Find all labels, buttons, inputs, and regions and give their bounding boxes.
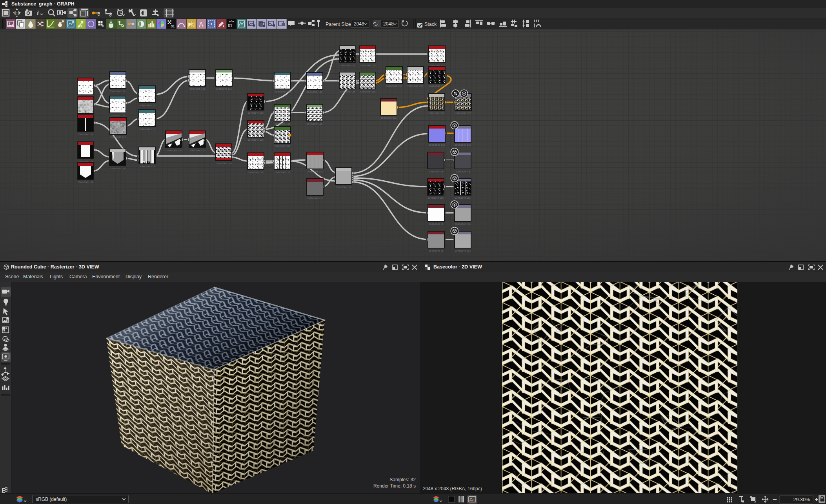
svg-text:2048x2048 L16: 2048x2048 L16 (110, 136, 126, 138)
svg-text:2048x2048 L16: 2048x2048 L16 (455, 197, 470, 199)
svg-text:2048x2048 L16: 2048x2048 L16 (340, 64, 355, 67)
svg-text:2048x2048 L16: 2048x2048 L16 (275, 171, 290, 174)
svg-text:2048x2048 L16: 2048x2048 L16 (340, 91, 355, 93)
svg-text:01: 01 (228, 24, 233, 28)
svg-text:2048x2048 L16: 2048x2048 L16 (275, 123, 290, 125)
svg-text:i: i (37, 9, 39, 17)
svg-text:2048x2048 L16: 2048x2048 L16 (110, 167, 125, 170)
svg-text:2048x2048 C16: 2048x2048 C16 (455, 144, 471, 146)
svg-text:2048x2048 C16: 2048x2048 C16 (455, 112, 471, 114)
svg-text:2048x2048 L16: 2048x2048 L16 (248, 171, 263, 174)
svg-text:29.30%: 29.30% (793, 497, 810, 502)
svg-text:2048x2048 C16: 2048x2048 C16 (429, 144, 445, 146)
svg-text:2048x2048 C16: 2048x2048 C16 (429, 85, 445, 87)
svg-text:Stack: Stack (424, 22, 437, 27)
svg-text:2048: 2048 (354, 21, 364, 27)
svg-text:Parent Size:: Parent Size: (326, 22, 352, 27)
svg-text:2048x2048 L16: 2048x2048 L16 (275, 91, 290, 93)
svg-text:2048x2048 L16: 2048x2048 L16 (307, 123, 322, 125)
svg-text:2048x2048 L16: 2048x2048 L16 (216, 162, 231, 165)
svg-text:2048x2048 L16: 2048x2048 L16 (307, 170, 322, 173)
svg-text:2048x2048 L16: 2048x2048 L16 (428, 197, 443, 199)
svg-text:2048: 2048 (383, 21, 394, 27)
svg-text:2048x2048 C16: 2048x2048 C16 (360, 91, 375, 93)
svg-text:2048x2048 L16: 2048x2048 L16 (307, 91, 322, 93)
svg-text:2048x2048 L16: 2048x2048 L16 (336, 186, 351, 189)
svg-text:2048x2048 L8: 2048x2048 L8 (429, 170, 443, 173)
svg-text:2048x2048 C16: 2048x2048 C16 (386, 85, 402, 87)
svg-text:2048x2048 L16: 2048x2048 L16 (307, 197, 322, 199)
svg-text:01: 01 (171, 24, 175, 28)
svg-text:2048x2048 L16: 2048x2048 L16 (455, 250, 470, 252)
svg-text:2048x2048 L16: 2048x2048 L16 (139, 128, 155, 131)
svg-text:2048x2048 L16: 2048x2048 L16 (139, 104, 155, 107)
svg-text:2048x2048 C16: 2048x2048 C16 (275, 145, 290, 147)
svg-text:2048x2048 L16: 2048x2048 L16 (110, 114, 125, 117)
svg-text:2048x2048 L16: 2048x2048 L16 (248, 112, 263, 114)
svg-text:2048x2048 C16: 2048x2048 C16 (381, 117, 397, 119)
svg-text:2048x2048 L16: 2048x2048 L16 (455, 223, 470, 225)
svg-text:2048x2048 L16: 2048x2048 L16 (78, 133, 93, 136)
svg-text:1:1: 1:1 (14, 11, 20, 15)
svg-text:2048x2048 L16: 2048x2048 L16 (166, 149, 181, 152)
svg-text:2048x2048 L16: 2048x2048 L16 (139, 165, 155, 168)
svg-text:2048x2048 L16: 2048x2048 L16 (78, 181, 93, 183)
svg-text:2048x2048 L16: 2048x2048 L16 (110, 90, 125, 92)
svg-text:2048x2048 L16: 2048x2048 L16 (189, 149, 205, 152)
svg-text:2048x2048 C16: 2048x2048 C16 (408, 85, 423, 87)
svg-text:A: A (199, 21, 203, 28)
svg-text:2048x2048 L8: 2048x2048 L8 (429, 250, 443, 252)
svg-text:2048x2048 L8: 2048x2048 L8 (456, 170, 470, 173)
svg-text:2048x2048 L16: 2048x2048 L16 (189, 88, 205, 90)
svg-text:2048x2048 L16: 2048x2048 L16 (248, 139, 263, 141)
svg-text:2048x2048 L16: 2048x2048 L16 (360, 64, 375, 67)
svg-text:2048x2048 L8: 2048x2048 L8 (429, 223, 443, 225)
svg-text:2048x2048 L16: 2048x2048 L16 (216, 88, 231, 90)
svg-text:2048x2048 C16: 2048x2048 C16 (429, 112, 444, 114)
